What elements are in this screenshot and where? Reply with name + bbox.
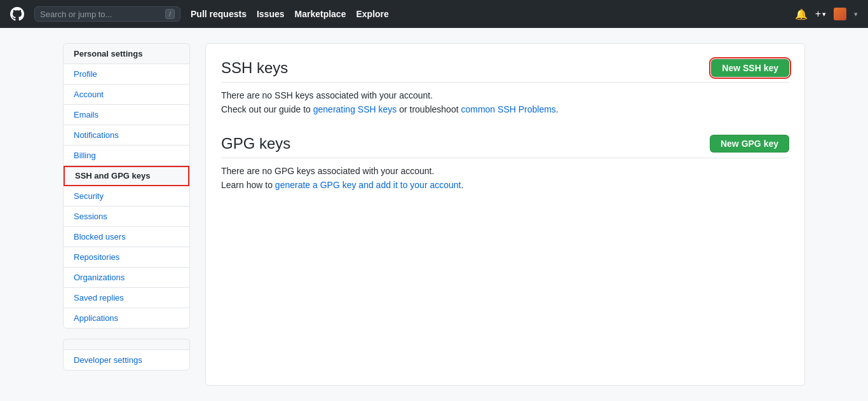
sidebar-item-profile[interactable]: Profile	[64, 64, 189, 85]
create-new-button[interactable]: + ▾	[815, 8, 826, 20]
gpg-keys-header: GPG keys New GPG key	[221, 135, 789, 158]
sidebar-item-security[interactable]: Security	[64, 186, 189, 207]
new-gpg-key-button[interactable]: New GPG key	[710, 135, 789, 153]
sidebar-developer-nav: Developer settings	[63, 350, 190, 370]
topnav-explore[interactable]: Explore	[356, 9, 388, 19]
gpg-help-before: Learn how to	[221, 180, 275, 190]
sidebar-developer-section: Developer settings	[63, 339, 190, 370]
notifications-bell-icon[interactable]: 🔔	[795, 8, 808, 20]
search-shortcut-kbd: /	[165, 9, 175, 19]
sidebar-item-sessions[interactable]: Sessions	[64, 207, 189, 227]
search-box[interactable]: Search or jump to... /	[34, 6, 180, 22]
new-ssh-key-button[interactable]: New SSH key	[711, 59, 789, 77]
sidebar-item-developer-settings[interactable]: Developer settings	[64, 350, 189, 370]
ssh-keys-section: SSH keys New SSH key There are no SSH ke…	[221, 59, 789, 114]
sidebar-item-ssh-gpg-keys[interactable]: SSH and GPG keys	[64, 166, 189, 186]
generating-ssh-keys-link[interactable]: generating SSH keys	[313, 104, 397, 114]
ssh-keys-title: SSH keys	[221, 59, 288, 77]
ssh-help-middle: or troubleshoot	[397, 104, 461, 114]
ssh-keys-header: SSH keys New SSH key	[221, 59, 789, 83]
sidebar-item-billing[interactable]: Billing	[64, 146, 189, 166]
sidebar-item-blocked-users[interactable]: Blocked users	[64, 227, 189, 247]
common-ssh-problems-link[interactable]: common SSH Problems	[461, 104, 555, 114]
sidebar-item-applications[interactable]: Applications	[64, 308, 189, 328]
gpg-keys-empty-text: There are no GPG keys associated with yo…	[221, 166, 789, 176]
ssh-help-before: Check out our guide to	[221, 104, 313, 114]
sidebar-developer-title	[63, 339, 190, 350]
ssh-help-after: .	[556, 104, 559, 114]
sidebar-item-notifications[interactable]: Notifications	[64, 125, 189, 146]
ssh-keys-empty-text: There are no SSH keys associated with yo…	[221, 90, 789, 100]
sidebar-item-account[interactable]: Account	[64, 85, 189, 105]
search-placeholder-text: Search or jump to...	[40, 10, 160, 19]
topnav-issues[interactable]: Issues	[257, 9, 285, 19]
sidebar-section-title: Personal settings	[63, 43, 190, 64]
main-content: SSH keys New SSH key There are no SSH ke…	[205, 43, 805, 386]
sidebar-nav: Profile Account Emails Notifications Bil…	[63, 64, 190, 329]
topnav-pull-requests[interactable]: Pull requests	[191, 9, 247, 19]
sidebar-item-repositories[interactable]: Repositories	[64, 247, 189, 268]
avatar[interactable]	[834, 8, 846, 20]
sidebar-item-saved-replies[interactable]: Saved replies	[64, 288, 189, 308]
gpg-keys-help-text: Learn how to generate a GPG key and add …	[221, 180, 789, 190]
sidebar-item-emails[interactable]: Emails	[64, 105, 189, 125]
sidebar: Personal settings Profile Account Emails…	[63, 43, 190, 386]
user-menu-chevron-icon[interactable]: ▾	[854, 10, 858, 18]
page-layout: Personal settings Profile Account Emails…	[53, 28, 815, 401]
topnav-right-controls: 🔔 + ▾ ▾	[795, 8, 858, 20]
gpg-keys-title: GPG keys	[221, 135, 290, 153]
gpg-keys-section: GPG keys New GPG key There are no GPG ke…	[221, 135, 789, 190]
sidebar-item-organizations[interactable]: Organizations	[64, 268, 189, 288]
topnav-links: Pull requests Issues Marketplace Explore	[191, 9, 785, 19]
generate-gpg-key-link[interactable]: generate a GPG key and add it to your ac…	[275, 180, 461, 190]
ssh-keys-help-text: Check out our guide to generating SSH ke…	[221, 104, 789, 114]
topnav-marketplace[interactable]: Marketplace	[295, 9, 346, 19]
gpg-help-after: .	[461, 180, 463, 190]
top-navigation: Search or jump to... / Pull requests Iss…	[0, 0, 868, 28]
github-logo[interactable]	[10, 7, 24, 21]
